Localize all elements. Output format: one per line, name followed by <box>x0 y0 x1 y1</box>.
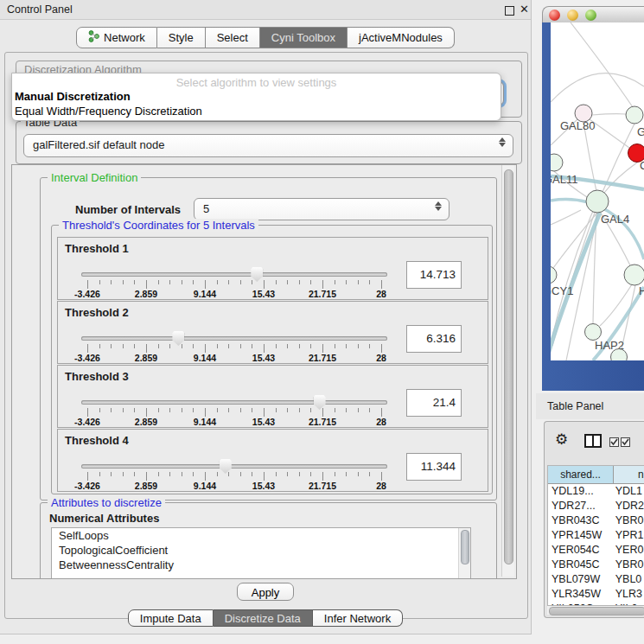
tick-mark <box>264 472 265 481</box>
network-node-hap2[interactable] <box>585 324 602 341</box>
network-edge <box>551 73 644 102</box>
table-row[interactable]: YER054CYER0 <box>548 543 644 558</box>
network-canvas[interactable]: GAL80GCGAL11GAL4GCY1HHAP2 <box>551 22 644 360</box>
table-data-combobox[interactable]: galFiltered.sif default node <box>23 134 513 157</box>
apply-button[interactable]: Apply <box>237 583 294 601</box>
tick-mark <box>158 280 159 284</box>
tick-mark <box>111 408 112 412</box>
close-traffic-light-icon[interactable] <box>549 10 560 21</box>
columns-icon[interactable] <box>584 434 602 451</box>
tick-label: -3.426 <box>74 417 100 427</box>
tick-mark <box>217 408 218 412</box>
cell-shared-name: YBR045C <box>548 558 611 572</box>
slider-tick-labels: -3.4262.8599.14415.4321.71528 <box>81 353 387 363</box>
list-item[interactable]: TopologicalCoefficient <box>52 543 470 558</box>
threshold-value-field[interactable]: 11.344 <box>406 453 462 481</box>
threshold-value-field[interactable]: 6.316 <box>406 325 462 353</box>
tick-label: 28 <box>376 417 386 427</box>
tick-mark <box>252 472 252 476</box>
threshold-value-field[interactable]: 14.713 <box>406 261 462 289</box>
tick-mark <box>99 408 100 412</box>
number-of-intervals-label: Number of Intervals <box>75 203 181 216</box>
network-node-h[interactable] <box>624 265 644 285</box>
dropdown-item-equal-width[interactable]: Equal Width/Frequency Discretization <box>15 105 202 118</box>
tick-mark <box>111 472 112 476</box>
network-node-gal4[interactable] <box>586 190 609 213</box>
minimize-traffic-light-icon[interactable] <box>567 10 578 21</box>
select-columns-icon[interactable] <box>609 437 630 447</box>
table-row[interactable]: YDL19...YDL1 <box>548 484 644 499</box>
float-window-icon[interactable] <box>505 6 514 16</box>
close-icon[interactable]: ✕ <box>520 3 529 16</box>
threshold-row-2: Threshold 2-3.4262.8599.14415.4321.71528… <box>57 301 488 364</box>
top-tab-bar: NetworkStyleSelectCyni ToolboxjActiveMNo… <box>0 27 531 48</box>
node-label: GAL11 <box>551 173 578 186</box>
table-row[interactable]: YBR045CYBR0 <box>548 558 644 572</box>
table-panel-header: Table Panel <box>536 393 644 419</box>
node-table[interactable]: shared... n YDL19...YDL1YDR27...YDR2YBR0… <box>547 465 644 606</box>
bottom-tab-bar: Impute DataDiscretize DataInfer Network <box>0 609 531 627</box>
attribute-items: SelfLoopsTopologicalCoefficientBetweenne… <box>52 528 470 572</box>
tick-mark <box>369 344 370 348</box>
tick-mark <box>134 280 135 284</box>
tick-mark <box>381 280 382 289</box>
tick-mark <box>310 280 311 284</box>
column-header-shared[interactable]: shared... <box>548 466 614 484</box>
tab-select[interactable]: Select <box>206 27 260 48</box>
scrollbar-thumb[interactable] <box>461 530 469 564</box>
tick-label: 9.144 <box>194 417 216 427</box>
settings-vertical-scrollbar[interactable] <box>501 165 514 577</box>
network-node-gal11[interactable] <box>551 154 563 171</box>
column-header-name[interactable]: n <box>614 466 644 484</box>
tab-discretize-data[interactable]: Discretize Data <box>214 609 313 627</box>
table-row[interactable]: YBL079WYBL0 <box>548 572 644 587</box>
table-row[interactable]: YLR345WYLR3 <box>548 587 644 602</box>
threshold-slider-track[interactable] <box>81 272 387 277</box>
numerical-attributes-list[interactable]: SelfLoopsTopologicalCoefficientBetweenne… <box>51 527 471 579</box>
threshold-slider-track[interactable] <box>81 400 387 405</box>
tab-impute-data[interactable]: Impute Data <box>128 609 214 627</box>
cell-name: YPR1 <box>611 528 644 543</box>
list-item[interactable]: SelfLoops <box>52 528 470 543</box>
number-of-intervals-spinner[interactable]: 5 <box>194 198 450 220</box>
tick-mark <box>299 472 300 476</box>
tick-mark <box>205 344 206 353</box>
tick-mark <box>205 280 206 289</box>
scrollbar-thumb[interactable] <box>549 607 644 615</box>
tick-mark <box>264 344 265 353</box>
control-panel-titlebar: Control Panel ✕ <box>0 0 531 20</box>
table-horizontal-scrollbar[interactable] <box>547 606 644 615</box>
tick-mark <box>123 408 124 412</box>
scrollbar-thumb[interactable] <box>504 169 513 564</box>
network-node-g[interactable] <box>626 106 643 124</box>
tick-mark <box>169 344 170 348</box>
tick-mark <box>310 408 311 412</box>
threshold-slider-track[interactable] <box>81 464 387 469</box>
zoom-traffic-light-icon[interactable] <box>585 10 596 21</box>
attributes-scrollbar[interactable] <box>458 528 470 579</box>
tab-label: Impute Data <box>140 612 201 625</box>
network-node-gcy1[interactable] <box>551 266 557 284</box>
table-row[interactable]: YPR145WYPR1 <box>548 528 644 543</box>
dropdown-item-manual-discretization[interactable]: Manual Discretization <box>15 90 131 103</box>
tick-label: -3.426 <box>74 353 100 363</box>
tab-jactivemnodules[interactable]: jActiveMNodules <box>348 27 455 48</box>
node-label: C <box>640 159 644 172</box>
tab-network[interactable]: Network <box>76 27 157 48</box>
threshold-value-field[interactable]: 21.4 <box>406 389 462 417</box>
tab-cyni-toolbox[interactable]: Cyni Toolbox <box>260 27 348 48</box>
threshold-slider-track[interactable] <box>81 336 387 341</box>
tick-mark <box>335 408 335 412</box>
tick-mark <box>169 472 170 476</box>
tick-label: 28 <box>376 289 386 299</box>
tab-style[interactable]: Style <box>157 27 206 48</box>
cell-name: YDR2 <box>611 499 644 513</box>
tick-mark <box>134 344 135 348</box>
tick-mark <box>182 472 182 476</box>
attributes-group-title: Attributes to discretize <box>48 496 165 509</box>
gear-icon[interactable]: ⚙ <box>555 432 568 447</box>
list-item[interactable]: BetweennessCentrality <box>52 558 470 572</box>
table-row[interactable]: YBR043CYBR0 <box>548 513 644 528</box>
tab-infer-network[interactable]: Infer Network <box>313 609 403 627</box>
table-row[interactable]: YDR27...YDR2 <box>548 499 644 513</box>
